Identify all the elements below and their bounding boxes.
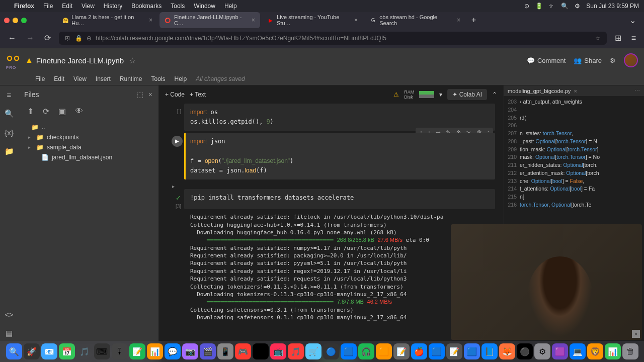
dock-app[interactable]: 🔵 (323, 343, 339, 359)
menu-edit[interactable]: Edit (62, 3, 72, 10)
close-tab-icon[interactable]: × (457, 17, 460, 24)
dock-app[interactable]: ⚫ (517, 343, 533, 359)
resource-dropdown-icon[interactable]: ▾ (439, 91, 442, 98)
colab-menu-runtime[interactable]: Runtime (120, 75, 142, 82)
toc-icon[interactable]: ≡ (7, 90, 12, 99)
file-row[interactable]: ▸📁checkpoints (23, 132, 153, 142)
dock-app[interactable]: 📘 (481, 343, 498, 359)
more-icon[interactable]: ⋯ (634, 87, 640, 94)
close-panel-icon[interactable]: × (148, 90, 152, 99)
cell-editor[interactable]: !pip install transformers datasets accel… (184, 189, 495, 209)
menu-help[interactable]: Help (224, 3, 237, 10)
colab-logo-icon[interactable] (6, 51, 20, 65)
lock-icon[interactable]: 🔒 (75, 35, 83, 42)
permissions-icon[interactable]: ⊖ (87, 35, 92, 42)
clock[interactable]: Sun Jul 23 9:59 PM (586, 3, 639, 10)
tab-overview-button[interactable]: ⌄ (625, 16, 640, 25)
colab-menu-help[interactable]: Help (175, 75, 187, 82)
star-icon[interactable]: ☆ (129, 56, 136, 65)
code-cell-focused[interactable]: ✓ ↑ ↓ ⇔ ✎ ⚙ ✂ 🗑 : ▶ import jsonf = open(… (169, 133, 503, 179)
back-button[interactable]: ← (6, 32, 18, 45)
dock-app[interactable]: 📝 (393, 343, 410, 359)
colab-ai-button[interactable]: ✦ Colab AI (447, 89, 487, 100)
dock-app[interactable]: 🎧 (358, 343, 374, 359)
new-window-icon[interactable]: ⬚ (137, 90, 143, 99)
dock-app[interactable]: 📷 (182, 343, 198, 359)
settings-icon[interactable]: ⚙ (610, 57, 616, 64)
tab-item[interactable]: ▶Live streaming - YouTube Stu…× (262, 12, 363, 28)
notebook-title[interactable]: Finetune Jared-LLM.ipynb (36, 56, 124, 65)
dock-app[interactable]: 🍎 (411, 343, 427, 359)
colab-menu-file[interactable]: File (35, 75, 45, 82)
tab-item[interactable]: 🤗Llama 2 is here - get it on Hu…× (57, 12, 157, 28)
code-cell[interactable]: ✓[3] !pip install transformers datasets … (169, 189, 503, 209)
collapse-icon[interactable]: ▸ (172, 184, 175, 189)
tab-item-active[interactable]: ⭕Finetune Jared-LLM.ipynb - C…× (159, 12, 260, 28)
new-tab-button[interactable]: + (467, 16, 480, 25)
dock-app[interactable]: 🎵 (288, 343, 304, 359)
share-button[interactable]: 👥Share (574, 57, 602, 64)
dock-app[interactable]: ⚙ (534, 343, 550, 359)
terminal-icon[interactable]: ▤ (6, 329, 13, 338)
warning-icon[interactable]: ⚠ (393, 91, 399, 98)
address-bar[interactable]: ⛨ 🔒 ⊖ https://colab.research.google.com/… (59, 32, 607, 45)
upload-icon[interactable]: ⬆ (27, 107, 34, 116)
battery-icon[interactable]: 🔋 (535, 3, 543, 10)
dock-app[interactable]: 📊 (605, 343, 621, 359)
dock-app[interactable]: 📅 (59, 343, 75, 359)
dock-app[interactable]: 💻 (570, 343, 586, 359)
dock-app[interactable]: 🛒 (305, 343, 321, 359)
show-hidden-icon[interactable]: 👁 (75, 107, 83, 116)
dock-app[interactable]: 🟦 (429, 343, 445, 359)
maximize-window-button[interactable] (21, 18, 27, 23)
colab-menu-view[interactable]: View (73, 75, 87, 82)
wifi-status-icon[interactable]: ᯤ (549, 3, 555, 10)
vars-icon[interactable]: {x} (5, 128, 14, 137)
files-icon[interactable]: 📁 (5, 147, 14, 156)
minimize-window-button[interactable] (13, 18, 18, 23)
dock-app[interactable]: ⌨ (94, 343, 110, 359)
resource-meter[interactable]: RAMDisk (404, 89, 414, 100)
control-center-icon[interactable]: ⚙ (575, 3, 580, 10)
wifi-icon[interactable]: ⊙ (524, 3, 529, 10)
code-snippets-icon[interactable]: <> (5, 310, 14, 319)
menu-icon[interactable]: ≡ (629, 32, 638, 45)
dock-app[interactable]: 💬 (165, 343, 181, 359)
tab-item[interactable]: Gobs stream hd - Google Search× (365, 12, 465, 28)
comment-button[interactable]: 💬Comment (527, 57, 566, 64)
file-row[interactable]: 📁.. (23, 122, 153, 132)
menu-window[interactable]: Window (194, 3, 215, 10)
forward-button[interactable]: → (24, 32, 36, 45)
dock-app[interactable]: 🎵 (76, 343, 93, 359)
reload-button[interactable]: ⟳ (42, 31, 53, 45)
search-icon[interactable]: 🔍 (5, 109, 14, 118)
close-window-button[interactable] (4, 18, 10, 23)
dock-app[interactable]: 🟦 (341, 343, 357, 359)
dock-app[interactable]: 📺 (270, 343, 286, 359)
colab-menu-edit[interactable]: Edit (54, 75, 64, 82)
refresh-icon[interactable]: ⟳ (43, 107, 49, 116)
dock-app[interactable]: 🎮 (235, 343, 251, 359)
close-tab-icon[interactable]: × (574, 88, 577, 94)
dock-app[interactable]: 🦊 (499, 343, 515, 359)
close-tab-icon[interactable]: × (252, 17, 255, 24)
dock-app[interactable]: 🚀 (24, 343, 40, 359)
add-text-button[interactable]: + Text (190, 91, 206, 98)
close-tab-icon[interactable]: × (149, 17, 152, 24)
dock-app[interactable]: 📝 (446, 343, 462, 359)
user-avatar[interactable] (624, 53, 638, 67)
close-tab-icon[interactable]: × (354, 17, 358, 24)
dock-app[interactable]: N (253, 343, 269, 359)
colab-menu-insert[interactable]: Insert (96, 75, 111, 82)
add-code-button[interactable]: + Code (165, 91, 185, 98)
dock-app[interactable]: 🎬 (200, 343, 216, 359)
close-webcam-icon[interactable]: × (632, 330, 640, 338)
menu-bookmarks[interactable]: Bookmarks (131, 3, 162, 10)
search-icon[interactable]: 🔍 (561, 3, 569, 10)
code-tab[interactable]: modeling_gpt_bigcode.py × ⋯ (504, 85, 644, 96)
dock-app[interactable]: 📝 (129, 343, 145, 359)
bookmark-icon[interactable]: ☆ (595, 35, 601, 42)
file-row[interactable]: ▸📁sample_data (23, 142, 153, 152)
mount-drive-icon[interactable]: ▣ (58, 107, 66, 116)
menu-tools[interactable]: Tools (171, 3, 185, 10)
